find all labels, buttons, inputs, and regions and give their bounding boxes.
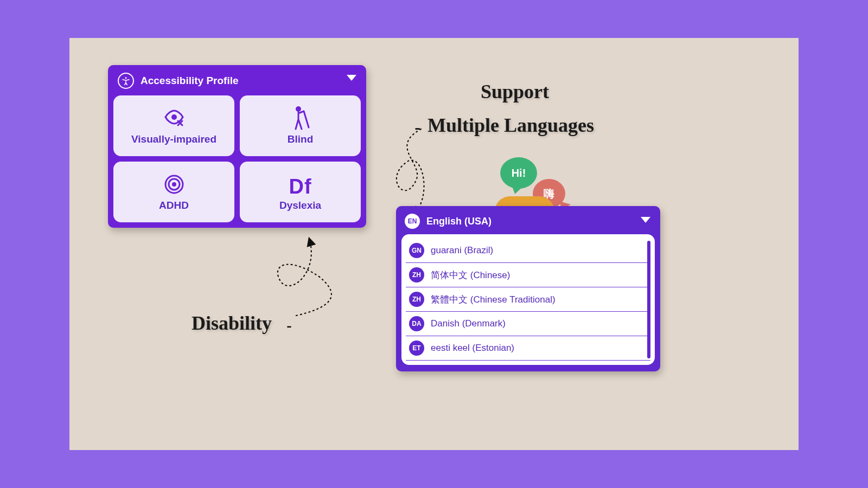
- language-code-badge: DA: [409, 316, 424, 331]
- eye-x-icon: [163, 106, 185, 130]
- profile-tile-dyslexia[interactable]: Df Dyslexia: [240, 162, 361, 222]
- language-selected[interactable]: EN English (USA): [401, 211, 655, 234]
- language-option[interactable]: ZH 简体中文 (Chinese): [406, 263, 650, 287]
- language-list: GN guarani (Brazil) ZH 简体中文 (Chinese) ZH…: [401, 234, 655, 365]
- profile-grid: Visually-impaired Blind: [113, 95, 361, 222]
- language-option-label: Danish (Denmark): [431, 318, 506, 329]
- chevron-down-icon: [347, 75, 356, 81]
- label-multiple-languages: Multiple Languages: [427, 114, 594, 137]
- accessibility-profile-card: Accessibility Profile Visually-impaired: [108, 65, 366, 228]
- target-icon: [164, 172, 184, 196]
- speech-bubble-green: Hi!: [500, 157, 537, 189]
- svg-point-1: [171, 114, 177, 120]
- bubble-tail-icon: [510, 185, 524, 195]
- label-disability: Disability: [192, 312, 272, 335]
- language-code-badge: EN: [405, 214, 420, 229]
- language-option[interactable]: ZH 繁體中文 (Chinese Traditional): [406, 287, 650, 312]
- language-code-badge: ZH: [409, 292, 424, 307]
- profile-tile-adhd[interactable]: ADHD: [113, 162, 234, 222]
- blind-person-icon: [291, 106, 310, 130]
- canvas: Accessibility Profile Visually-impaired: [69, 38, 799, 450]
- language-option-label: 繁體中文 (Chinese Traditional): [431, 293, 556, 306]
- language-code-badge: ET: [409, 341, 424, 356]
- profile-tile-blind[interactable]: Blind: [240, 95, 361, 156]
- scrollbar[interactable]: [647, 241, 650, 358]
- language-option[interactable]: DA Danish (Denmark): [406, 312, 650, 336]
- accessibility-icon: [118, 73, 134, 89]
- profile-tile-label: ADHD: [159, 200, 189, 211]
- profile-tile-visually-impaired[interactable]: Visually-impaired: [113, 95, 234, 156]
- svg-point-5: [172, 182, 176, 187]
- language-code-badge: GN: [409, 243, 424, 258]
- chevron-down-icon: [641, 217, 650, 223]
- profile-tile-label: Dyslexia: [279, 200, 321, 211]
- language-option-label: guarani (Brazil): [431, 245, 493, 256]
- language-option[interactable]: ET eesti keel (Estonian): [406, 336, 650, 361]
- accessibility-profile-title: Accessibility Profile: [141, 75, 239, 87]
- profile-tile-label: Visually-impaired: [131, 133, 216, 145]
- dash-left-icon: -: [414, 117, 420, 138]
- profile-tile-label: Blind: [288, 133, 314, 145]
- svg-point-0: [125, 77, 127, 79]
- language-code-badge: ZH: [409, 267, 424, 282]
- language-selected-label: English (USA): [426, 216, 492, 227]
- label-support: Support: [481, 80, 549, 103]
- df-glyph-icon: Df: [289, 172, 311, 196]
- language-option[interactable]: GN guarani (Brazil): [406, 239, 650, 263]
- accessibility-profile-header[interactable]: Accessibility Profile: [113, 70, 361, 95]
- language-option-label: 简体中文 (Chinese): [431, 269, 510, 281]
- bubble-text: Hi!: [512, 167, 526, 179]
- language-option-label: eesti keel (Estonian): [431, 343, 514, 354]
- dash-right-icon: -: [286, 317, 292, 335]
- language-panel: EN English (USA) GN guarani (Brazil) ZH …: [396, 206, 660, 371]
